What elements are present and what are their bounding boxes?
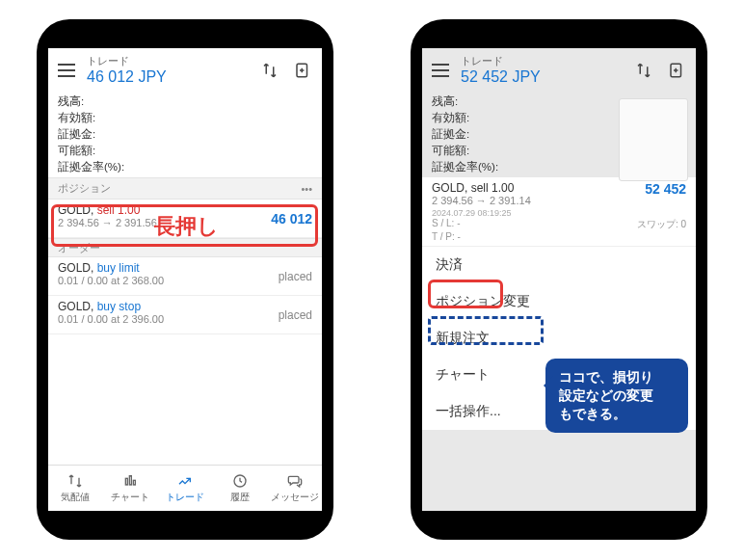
position-symbol: GOLD, (432, 181, 467, 195)
nav-messages[interactable]: メッセージ (267, 466, 322, 511)
tooltip-modify: ココで、損切り 設定などの変更 もできる。 (545, 359, 688, 433)
header-amount: 46 012 JPY (87, 68, 260, 86)
new-order-icon[interactable] (667, 61, 686, 80)
order-detail: 0.01 / 0.00 at 2 368.00 (58, 275, 312, 286)
header: トレード 46 012 JPY (48, 48, 322, 92)
phone-left: トレード 46 012 JPY 残高: 有効額: 証拠金: 可能額: 証拠金率(… (37, 19, 333, 540)
menu-close-position[interactable]: 決済 (422, 247, 696, 283)
header-title-wrap: トレード 52 452 JPY (461, 54, 634, 86)
positions-header: ポジション ••• (48, 177, 322, 200)
summary-level: 証拠金率(%): (58, 159, 312, 175)
sort-icon[interactable] (634, 61, 653, 80)
nav-label: メッセージ (271, 491, 319, 504)
summary-margin: 証拠金: (58, 126, 312, 143)
header-amount: 52 452 JPY (461, 68, 634, 86)
sort-icon[interactable] (260, 61, 279, 80)
nav-chart[interactable]: チャート (103, 466, 158, 511)
bottom-nav: 気配値 チャート トレード 履歴 メッセージ (48, 465, 322, 511)
order-row[interactable]: GOLD, buy stop 0.01 / 0.00 at 2 396.00 p… (48, 296, 322, 334)
order-row[interactable]: GOLD, buy limit 0.01 / 0.00 at 2 368.00 … (48, 257, 322, 296)
summary-free: 可能額: (58, 143, 312, 159)
position-detail[interactable]: GOLD, sell 1.00 52 452 2 394.56 → 2 391.… (422, 177, 696, 247)
highlight-close (428, 280, 503, 308)
tp-value: - (458, 231, 461, 242)
swap-value: 0 (680, 219, 686, 229)
thumbnail-placeholder (619, 98, 688, 181)
order-symbol: GOLD, (58, 261, 93, 275)
header-title: トレード (461, 54, 634, 68)
positions-label: ポジション (58, 181, 111, 196)
header-title-wrap: トレード 46 012 JPY (87, 54, 260, 86)
svg-rect-1 (126, 478, 128, 485)
hamburger-icon[interactable] (432, 64, 449, 77)
order-detail: 0.01 / 0.00 at 2 396.00 (58, 313, 312, 325)
summary-balance: 残高: (58, 93, 312, 110)
screen-right: トレード 52 452 JPY 残高: 有効額: 証拠金: 可能額: 証拠金率(… (422, 48, 696, 511)
position-time: 2024.07.29 08:19:25 (432, 208, 686, 218)
position-pnl: 52 452 (645, 181, 686, 197)
header-title: トレード (87, 54, 260, 68)
nav-label: チャート (111, 491, 149, 504)
sl-label: S / L: (432, 218, 454, 228)
order-side: buy stop (97, 300, 141, 313)
more-icon[interactable]: ••• (301, 183, 312, 195)
nav-label: 気配値 (61, 491, 90, 504)
svg-rect-2 (130, 475, 132, 484)
new-order-icon[interactable] (293, 61, 312, 80)
svg-rect-3 (134, 480, 136, 485)
nav-label: 履歴 (230, 491, 250, 504)
header: トレード 52 452 JPY (422, 48, 696, 92)
order-side: buy limit (97, 261, 140, 275)
swap-label: スワップ: (637, 219, 678, 229)
order-status: placed (279, 270, 312, 283)
nav-history[interactable]: 履歴 (212, 466, 267, 511)
nav-label: トレード (166, 491, 204, 504)
callout-longpress: 長押し (154, 212, 219, 241)
account-summary: 残高: 有効額: 証拠金: 可能額: 証拠金率(%): (48, 92, 322, 177)
order-symbol: GOLD, (58, 300, 93, 313)
hamburger-icon[interactable] (58, 64, 75, 77)
phone-right: トレード 52 452 JPY 残高: 有効額: 証拠金: 可能額: 証拠金率(… (411, 19, 707, 540)
order-status: placed (279, 308, 312, 322)
nav-quotes[interactable]: 気配値 (48, 466, 103, 511)
summary-equity: 有効額: (58, 110, 312, 126)
screen-left: トレード 46 012 JPY 残高: 有効額: 証拠金: 可能額: 証拠金率(… (48, 48, 322, 511)
position-side: sell 1.00 (471, 181, 515, 195)
nav-trade[interactable]: トレード (158, 466, 213, 511)
highlight-modify (428, 316, 544, 345)
tp-label: T / P: (432, 231, 455, 242)
sl-value: - (457, 218, 460, 228)
